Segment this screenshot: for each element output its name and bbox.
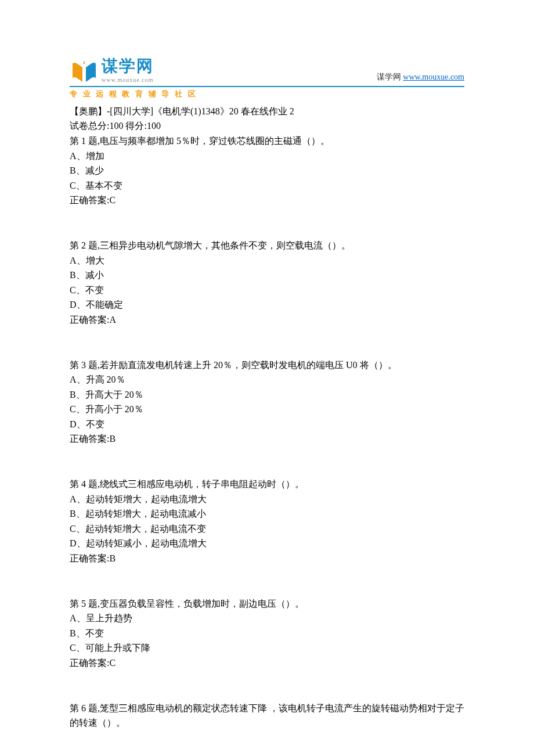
option: D、不变 — [70, 417, 464, 432]
header-label: 谋学网 — [377, 73, 403, 81]
question-block: 第 2 题,三相异步电动机气隙增大，其他条件不变，则空载电流（）。 A、增大 B… — [70, 238, 464, 327]
option: C、可能上升或下降 — [70, 640, 464, 656]
option: A、起动转矩增大，起动电流增大 — [70, 492, 464, 507]
question-prompt: 第 4 题,绕线式三相感应电动机，转子串电阻起动时（）。 — [70, 477, 464, 492]
question-block: 第 5 题,变压器负载呈容性，负载增加时，副边电压（）。 A、呈上升趋势 B、不… — [70, 596, 464, 671]
answer: 正确答案:C — [70, 656, 464, 671]
option: C、不变 — [70, 283, 464, 298]
option: D、起动转矩减小，起动电流增大 — [70, 536, 464, 551]
question-block: 第 1 题,电压与频率都增加 5％时，穿过铁芯线圈的主磁通（）。 A、增加 B、… — [70, 134, 464, 208]
logo-title: 谋学网 — [102, 58, 154, 74]
option: C、基本不变 — [70, 178, 464, 193]
header-link[interactable]: www.mouxue.com — [403, 73, 464, 81]
question-block: 第 4 题,绕线式三相感应电动机，转子串电阻起动时（）。 A、起动转矩增大，起动… — [70, 477, 464, 566]
document-body: 【奥鹏】-[四川大学]《电机学(1)1348》20 春在线作业 2 试卷总分:1… — [70, 104, 464, 730]
question-prompt: 第 3 题,若并励直流发电机转速上升 20％，则空载时发电机的端电压 U0 将（… — [70, 358, 464, 373]
question-block: 第 6 题,笼型三相感应电动机的额定状态转速下降 ，该电机转子电流产生的旋转磁动… — [70, 701, 464, 730]
option: C、起动转矩增大，起动电流不变 — [70, 521, 464, 537]
logo-tagline: 专 业 远 程 教 育 辅 导 社 区 — [70, 88, 464, 100]
option: D、不能确定 — [70, 297, 464, 312]
question-prompt: 第 6 题,笼型三相感应电动机的额定状态转速下降 ，该电机转子电流产生的旋转磁动… — [70, 701, 464, 730]
option: C、升高小于 20％ — [70, 402, 464, 417]
question-prompt: 第 1 题,电压与频率都增加 5％时，穿过铁芯线圈的主磁通（）。 — [70, 134, 464, 149]
option: A、呈上升趋势 — [70, 611, 464, 626]
option: B、减小 — [70, 268, 464, 283]
logo-domain: www.mouxue.com — [102, 75, 154, 85]
option: B、起动转矩增大，起动电流减小 — [70, 506, 464, 521]
score-line: 试卷总分:100 得分:100 — [70, 118, 464, 134]
option: B、升高大于 20％ — [70, 387, 464, 402]
logo-text: 谋学网 www.mouxue.com — [102, 58, 154, 85]
option: A、升高 20％ — [70, 372, 464, 387]
answer: 正确答案:A — [70, 312, 464, 327]
option: A、增加 — [70, 149, 464, 164]
question-block: 第 3 题,若并励直流发电机转速上升 20％，则空载时发电机的端电压 U0 将（… — [70, 358, 464, 447]
answer: 正确答案:B — [70, 551, 464, 566]
question-prompt: 第 5 题,变压器负载呈容性，负载增加时，副边电压（）。 — [70, 596, 464, 611]
answer: 正确答案:C — [70, 193, 464, 208]
option: A、增大 — [70, 253, 464, 268]
book-icon — [70, 59, 99, 85]
header-link-block: 谋学网 www.mouxue.com — [377, 71, 464, 85]
answer: 正确答案:B — [70, 431, 464, 447]
logo-block: 谋学网 www.mouxue.com — [70, 58, 154, 85]
document-title: 【奥鹏】-[四川大学]《电机学(1)1348》20 春在线作业 2 — [70, 104, 464, 119]
page-header: 谋学网 www.mouxue.com 谋学网 www.mouxue.com — [70, 58, 464, 87]
option: B、不变 — [70, 626, 464, 641]
option: B、减少 — [70, 163, 464, 178]
question-prompt: 第 2 题,三相异步电动机气隙增大，其他条件不变，则空载电流（）。 — [70, 238, 464, 253]
